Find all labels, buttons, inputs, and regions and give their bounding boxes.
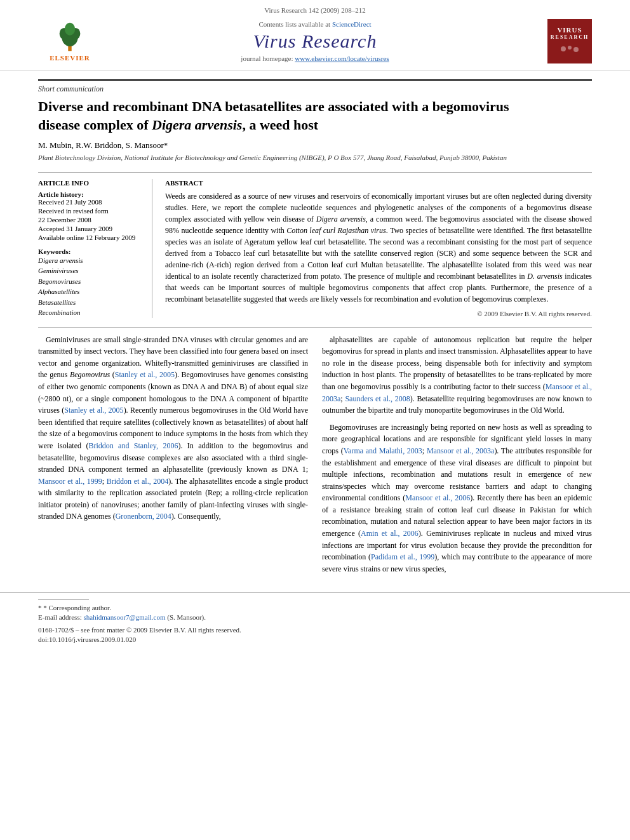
title-part2: disease complex of bbox=[38, 117, 152, 133]
article-history: Article history: Received 21 July 2008 R… bbox=[38, 190, 143, 241]
vr-badge-decoration bbox=[557, 43, 582, 57]
info-abstract-section: Article info Article history: Received 2… bbox=[38, 172, 592, 318]
keywords-block: Keywords: Digera arvensis Geminiviruses … bbox=[38, 248, 143, 318]
contents-availability: Contents lists available at ScienceDirec… bbox=[38, 20, 592, 28]
abstract-title: Abstract bbox=[165, 179, 592, 187]
homepage-link[interactable]: www.elsevier.com/locate/virusres bbox=[295, 55, 389, 62]
author-email[interactable]: shahidmansoor7@gmail.com bbox=[83, 613, 165, 621]
sciencedirect-link[interactable]: ScienceDirect bbox=[332, 20, 372, 28]
article-info-title: Article info bbox=[38, 179, 143, 187]
history-label: Article history: bbox=[38, 190, 143, 198]
article-title: Diverse and recombinant DNA betasatellit… bbox=[38, 98, 592, 134]
elsevier-logo: ELSEVIER bbox=[38, 21, 102, 62]
section-type: Short communication bbox=[38, 79, 592, 94]
license-section: 0168-1702/$ – see front matter © 2009 El… bbox=[38, 626, 592, 643]
license-text: 0168-1702/$ – see front matter © 2009 El… bbox=[38, 626, 592, 634]
body-para-r2: Begomoviruses are increasingly being rep… bbox=[322, 422, 592, 575]
footer-notes: * * Corresponding author. E-mail address… bbox=[0, 592, 630, 651]
svg-point-4 bbox=[65, 23, 75, 36]
vr-badge: VIRUS RESEARCH bbox=[547, 19, 592, 63]
page: Virus Research 142 (2009) 208–212 ELSEVI… bbox=[0, 0, 630, 840]
corresponding-author-note: * * Corresponding author. bbox=[38, 604, 592, 611]
email-line: E-mail address: shahidmansoor7@gmail.com… bbox=[38, 613, 592, 621]
accepted-date: Accepted 31 January 2009 bbox=[38, 225, 143, 232]
title-part1: Diverse and recombinant DNA betasatellit… bbox=[38, 98, 509, 114]
journal-citation: Virus Research 142 (2009) 208–212 bbox=[38, 6, 592, 14]
journal-title: Virus Research bbox=[38, 30, 592, 52]
keywords-label: Keywords: bbox=[38, 248, 143, 255]
vr-badge-subtitle: RESEARCH bbox=[551, 34, 589, 40]
copyright-line: © 2009 Elsevier B.V. All rights reserved… bbox=[165, 310, 592, 317]
received-date: Received 21 July 2008 bbox=[38, 198, 143, 206]
article-main: Short communication Diverse and recombin… bbox=[0, 70, 630, 592]
keyword-3: Begomoviruses bbox=[38, 276, 143, 287]
body-para-1: Geminiviruses are small single-stranded … bbox=[38, 334, 308, 523]
keyword-4: Alphasatellites bbox=[38, 286, 143, 297]
body-section: Geminiviruses are small single-stranded … bbox=[38, 327, 592, 580]
title-part3: , a weed host bbox=[242, 117, 318, 133]
body-para-r1: alphasatellites are capable of autonomou… bbox=[322, 334, 592, 417]
abstract-text: Weeds are considered as a source of new … bbox=[165, 190, 592, 305]
keyword-5: Betasatellites bbox=[38, 297, 143, 308]
svg-point-7 bbox=[573, 47, 579, 52]
vr-badge-title: VIRUS bbox=[557, 26, 582, 34]
header-content-row: ELSEVIER Contents lists available at Sci… bbox=[38, 17, 592, 66]
keyword-2: Geminiviruses bbox=[38, 265, 143, 276]
keyword-1: Digera arvensis bbox=[38, 255, 143, 266]
elsevier-tree-icon bbox=[54, 21, 86, 53]
svg-point-5 bbox=[561, 46, 566, 51]
journal-title-block: Contents lists available at ScienceDirec… bbox=[38, 20, 592, 62]
abstract-panel: Abstract Weeds are considered as a sourc… bbox=[165, 179, 592, 318]
authors: M. Mubin, R.W. Briddon, S. Mansoor* bbox=[38, 140, 592, 150]
revised-date: 22 December 2008 bbox=[38, 216, 143, 223]
body-left-col: Geminiviruses are small single-stranded … bbox=[38, 334, 308, 580]
keyword-6: Recombination bbox=[38, 307, 143, 318]
revised-label: Received in revised form bbox=[38, 207, 143, 215]
elsevier-brand-text: ELSEVIER bbox=[50, 54, 90, 62]
svg-point-6 bbox=[568, 46, 572, 50]
body-two-col: Geminiviruses are small single-stranded … bbox=[38, 334, 592, 580]
affiliation: Plant Biotechnology Division, National I… bbox=[38, 153, 592, 163]
online-date: Available online 12 February 2009 bbox=[38, 234, 143, 241]
body-right-col: alphasatellites are capable of autonomou… bbox=[322, 334, 592, 580]
journal-homepage: journal homepage: www.elsevier.com/locat… bbox=[38, 55, 592, 62]
article-info-panel: Article info Article history: Received 2… bbox=[38, 179, 152, 318]
doi-line: doi:10.1016/j.virusres.2009.01.020 bbox=[38, 636, 592, 643]
journal-header: Virus Research 142 (2009) 208–212 ELSEVI… bbox=[0, 0, 630, 70]
title-italic: Digera arvensis bbox=[152, 117, 242, 133]
